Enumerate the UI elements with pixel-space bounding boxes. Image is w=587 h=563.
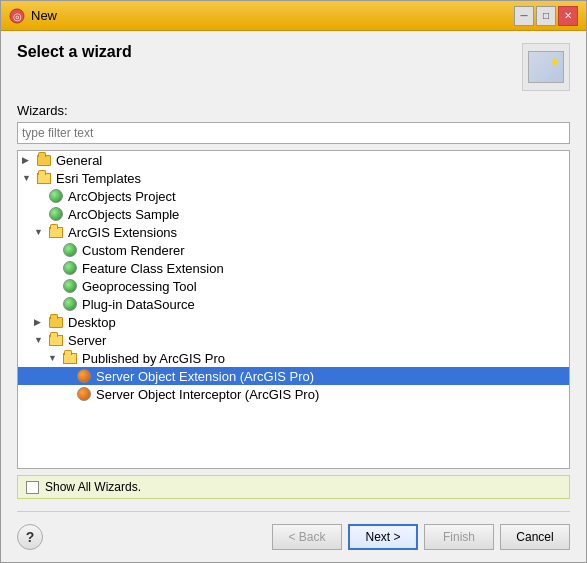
button-row-center: < Back Next > Finish Cancel <box>272 524 570 550</box>
label-geoprocessing-tool: Geoprocessing Tool <box>82 279 197 294</box>
label-feature-class-extension: Feature Class Extension <box>82 261 224 276</box>
tree-item-esri-templates[interactable]: ▼ Esri Templates <box>18 169 569 187</box>
tree-item-published-arcgis-pro[interactable]: ▼ Published by ArcGIS Pro <box>18 349 569 367</box>
arrow-esri-templates: ▼ <box>22 173 36 183</box>
tree-item-arcobjects-project[interactable]: ArcObjects Project <box>18 187 569 205</box>
tree-item-arcobjects-sample[interactable]: ArcObjects Sample <box>18 205 569 223</box>
finish-button[interactable]: Finish <box>424 524 494 550</box>
label-arcgis-extensions: ArcGIS Extensions <box>68 225 177 240</box>
next-button[interactable]: Next > <box>348 524 418 550</box>
window-title: New <box>31 8 57 23</box>
label-server-object-extension: Server Object Extension (ArcGIS Pro) <box>96 369 314 384</box>
title-bar: ◎ New ─ □ ✕ <box>1 1 586 31</box>
show-all-wizards-row: Show All Wizards. <box>17 475 570 499</box>
separator <box>17 511 570 512</box>
label-custom-renderer: Custom Renderer <box>82 243 185 258</box>
label-general: General <box>56 153 102 168</box>
label-desktop: Desktop <box>68 315 116 330</box>
tree-item-custom-renderer[interactable]: Custom Renderer <box>18 241 569 259</box>
wizard-star-icon: ✦ <box>549 54 561 70</box>
label-arcobjects-sample: ArcObjects Sample <box>68 207 179 222</box>
folder-icon-general <box>36 152 52 168</box>
minimize-button[interactable]: ─ <box>514 6 534 26</box>
arrow-published-arcgis-pro: ▼ <box>48 353 62 363</box>
folder-icon-arcgis-extensions <box>48 224 64 240</box>
arrow-arcgis-extensions: ▼ <box>34 227 48 237</box>
window-icon: ◎ <box>9 8 25 24</box>
cancel-button[interactable]: Cancel <box>500 524 570 550</box>
tree-item-server[interactable]: ▼ Server <box>18 331 569 349</box>
icon-server-object-interceptor <box>76 386 92 402</box>
tree-item-desktop[interactable]: ▶ Desktop <box>18 313 569 331</box>
header-section: Select a wizard ✦ <box>17 43 570 91</box>
tree-item-server-object-extension[interactable]: Server Object Extension (ArcGIS Pro) <box>18 367 569 385</box>
label-arcobjects-project: ArcObjects Project <box>68 189 176 204</box>
folder-icon-published-arcgis-pro <box>62 350 78 366</box>
tree-item-server-object-interceptor[interactable]: Server Object Interceptor (ArcGIS Pro) <box>18 385 569 403</box>
close-button[interactable]: ✕ <box>558 6 578 26</box>
content-area: Select a wizard ✦ Wizards: ▶ General <box>1 31 586 562</box>
filter-input[interactable] <box>17 122 570 144</box>
label-plugin-datasource: Plug-in DataSource <box>82 297 195 312</box>
title-bar-left: ◎ New <box>9 8 57 24</box>
arrow-general: ▶ <box>22 155 36 165</box>
wizard-icon: ✦ <box>522 43 570 91</box>
icon-custom-renderer <box>62 242 78 258</box>
show-all-checkbox[interactable] <box>26 481 39 494</box>
tree-item-arcgis-extensions[interactable]: ▼ ArcGIS Extensions <box>18 223 569 241</box>
icon-feature-class-extension <box>62 260 78 276</box>
title-buttons: ─ □ ✕ <box>514 6 578 26</box>
icon-arcobjects-sample <box>48 206 64 222</box>
folder-icon-server <box>48 332 64 348</box>
restore-button[interactable]: □ <box>536 6 556 26</box>
arrow-server: ▼ <box>34 335 48 345</box>
icon-arcobjects-project <box>48 188 64 204</box>
window: ◎ New ─ □ ✕ Select a wizard ✦ Wizards: <box>0 0 587 563</box>
tree-item-geoprocessing-tool[interactable]: Geoprocessing Tool <box>18 277 569 295</box>
tree-container[interactable]: ▶ General ▼ Esri Templates A <box>17 150 570 469</box>
show-all-label: Show All Wizards. <box>45 480 141 494</box>
help-button[interactable]: ? <box>17 524 43 550</box>
folder-icon-desktop <box>48 314 64 330</box>
wizard-icon-inner: ✦ <box>528 51 564 83</box>
folder-icon-esri-templates <box>36 170 52 186</box>
button-row: ? < Back Next > Finish Cancel <box>17 520 570 554</box>
wizards-label: Wizards: <box>17 103 570 118</box>
label-server-object-interceptor: Server Object Interceptor (ArcGIS Pro) <box>96 387 319 402</box>
icon-server-object-extension <box>76 368 92 384</box>
svg-text:◎: ◎ <box>13 11 22 22</box>
icon-geoprocessing-tool <box>62 278 78 294</box>
tree-item-plugin-datasource[interactable]: Plug-in DataSource <box>18 295 569 313</box>
label-published-arcgis-pro: Published by ArcGIS Pro <box>82 351 225 366</box>
arrow-desktop: ▶ <box>34 317 48 327</box>
label-server: Server <box>68 333 106 348</box>
icon-plugin-datasource <box>62 296 78 312</box>
label-esri-templates: Esri Templates <box>56 171 141 186</box>
back-button[interactable]: < Back <box>272 524 342 550</box>
tree-item-general[interactable]: ▶ General <box>18 151 569 169</box>
tree-item-feature-class-extension[interactable]: Feature Class Extension <box>18 259 569 277</box>
page-title: Select a wizard <box>17 43 132 61</box>
